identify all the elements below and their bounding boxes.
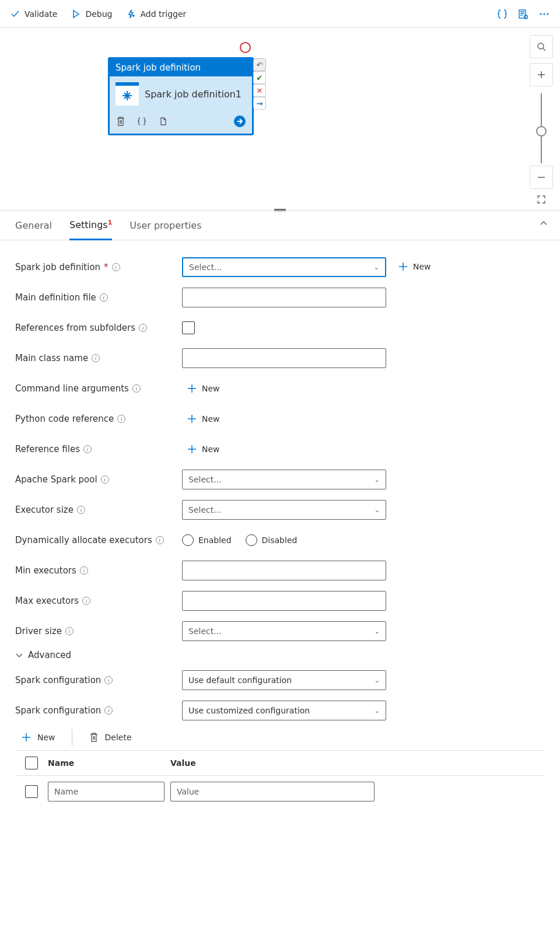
main-class-input[interactable] [182, 348, 386, 368]
toolbar: Validate Debug Add trigger [0, 0, 560, 28]
info-icon[interactable]: i [101, 475, 109, 484]
info-icon[interactable]: i [92, 354, 100, 362]
spark-job-def-select[interactable]: Select... ⌄ [182, 257, 386, 277]
tab-settings-label: Settings [69, 219, 108, 230]
zoom-thumb[interactable] [536, 126, 547, 136]
dyn-exec-label: Dynamically allocate executors [15, 535, 152, 545]
info-icon[interactable]: i [117, 415, 125, 423]
max-exec-input[interactable] [182, 591, 386, 611]
zoom-out-tool[interactable] [530, 166, 553, 189]
chevron-down-icon: ⌄ [374, 628, 380, 635]
spark-config-label-2: Spark configuration [15, 705, 101, 716]
select-value: Use customized configuration [188, 706, 310, 715]
radio-enabled[interactable] [182, 534, 194, 546]
chevron-down-icon: ⌄ [374, 677, 380, 684]
driver-size-label: Driver size [15, 626, 62, 636]
info-icon[interactable]: i [100, 293, 108, 302]
new-spark-job-button[interactable]: New [398, 261, 431, 272]
driver-size-select[interactable]: Select... ⌄ [182, 621, 386, 641]
select-placeholder: Select... [189, 262, 222, 272]
info-icon[interactable]: i [139, 324, 147, 332]
ref-files-new-button[interactable]: New [187, 444, 220, 454]
refs-subfolders-label: References from subfolders [15, 323, 135, 333]
select-all-checkbox[interactable] [25, 757, 38, 769]
info-icon[interactable]: i [83, 445, 92, 453]
new-label: New [202, 414, 220, 424]
main-def-file-label: Main definition file [15, 292, 96, 303]
node-footer [110, 111, 252, 134]
success-action[interactable]: ✔ [253, 71, 266, 84]
node-side-actions: ↶ ✔ ✕ → [253, 58, 266, 110]
python-ref-new-button[interactable]: New [187, 414, 220, 424]
spark-config-default-select[interactable]: Use default configuration ⌄ [182, 670, 386, 690]
more-icon[interactable] [539, 9, 550, 19]
advanced-label: Advanced [28, 650, 71, 660]
braces-icon[interactable] [136, 116, 147, 127]
go-icon[interactable] [233, 115, 246, 128]
info-icon[interactable]: i [104, 676, 113, 684]
tab-general[interactable]: General [15, 212, 52, 239]
debug-button[interactable]: Debug [71, 9, 112, 19]
ref-files-label: Reference files [15, 444, 80, 454]
svg-point-3 [544, 13, 545, 15]
node-header: Spark job definition [110, 59, 252, 76]
executor-size-select[interactable]: Select... ⌄ [182, 500, 386, 520]
doc-gear-icon[interactable] [518, 9, 528, 19]
add-trigger-button[interactable]: Add trigger [126, 9, 186, 19]
undo-action[interactable]: ↶ [253, 58, 266, 71]
min-exec-input[interactable] [182, 561, 386, 580]
info-icon[interactable]: i [132, 384, 141, 393]
config-value-input[interactable] [170, 782, 374, 802]
copy-icon[interactable] [158, 116, 168, 127]
info-icon[interactable]: i [156, 536, 164, 544]
advanced-section-toggle[interactable]: Advanced [15, 650, 545, 660]
info-icon[interactable]: i [104, 706, 113, 715]
svg-point-4 [547, 13, 549, 15]
spark-pool-select[interactable]: Select... ⌄ [182, 470, 386, 489]
zoom-slider[interactable] [541, 93, 542, 163]
search-tool[interactable] [530, 35, 553, 58]
zoom-in-tool[interactable] [530, 63, 553, 86]
config-table-header: Name Value [15, 750, 545, 776]
executor-size-label: Executor size [15, 505, 74, 515]
braces-icon[interactable] [497, 9, 508, 19]
divider [72, 729, 72, 746]
dyn-exec-enabled-option[interactable]: Enabled [182, 534, 232, 546]
trash-icon[interactable] [116, 116, 126, 127]
select-value: Use default configuration [188, 676, 292, 685]
info-icon[interactable]: i [112, 263, 120, 271]
fullscreen-tool[interactable] [530, 194, 553, 205]
info-icon[interactable]: i [65, 627, 74, 635]
refs-subfolders-checkbox[interactable] [182, 321, 195, 334]
info-icon[interactable]: i [77, 506, 85, 514]
skip-action[interactable]: → [253, 97, 266, 110]
config-delete-button[interactable]: Delete [89, 732, 132, 743]
info-icon[interactable]: i [82, 597, 90, 605]
node-title: Spark job definition1 [145, 89, 242, 100]
tab-user-properties[interactable]: User properties [130, 212, 201, 239]
info-icon[interactable]: i [80, 566, 88, 575]
min-exec-label: Min executors [15, 565, 76, 576]
settings-form: Spark job definition * i Select... ⌄ New… [0, 240, 560, 822]
check-icon [10, 9, 20, 19]
chevron-down-icon: ⌄ [374, 264, 379, 271]
collapse-panel[interactable] [539, 219, 548, 230]
config-name-input[interactable] [48, 782, 164, 802]
spark-config-custom-select[interactable]: Use customized configuration ⌄ [182, 701, 386, 720]
chevron-down-icon: ⌄ [374, 476, 380, 484]
pipeline-node[interactable]: Spark job definition Spark job definitio… [108, 57, 254, 135]
tab-settings[interactable]: Settings1 [69, 211, 112, 240]
main-def-file-input[interactable] [182, 288, 386, 307]
radio-disabled[interactable] [246, 534, 257, 546]
fail-action[interactable]: ✕ [253, 84, 266, 97]
cmd-args-new-button[interactable]: New [187, 383, 220, 394]
col-value-header: Value [170, 758, 380, 768]
validate-button[interactable]: Validate [10, 9, 57, 19]
spark-pool-label: Apache Spark pool [15, 474, 97, 485]
row-checkbox[interactable] [25, 785, 38, 798]
dyn-exec-disabled-option[interactable]: Disabled [246, 534, 298, 546]
config-new-button[interactable]: New [21, 732, 55, 743]
canvas[interactable]: Spark job definition Spark job definitio… [0, 28, 560, 210]
main-class-label: Main class name [15, 353, 88, 363]
node-type-icon [116, 82, 139, 106]
